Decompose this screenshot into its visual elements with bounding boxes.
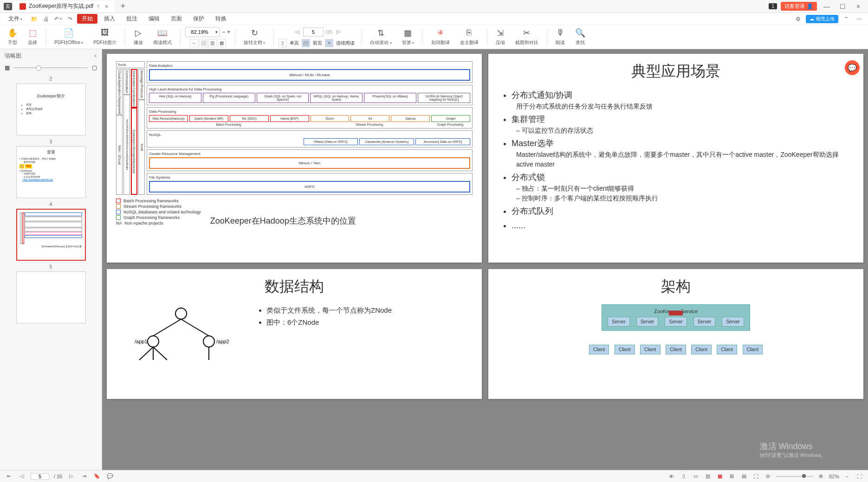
tool-pdf-office[interactable]: 📄PDF转Office — [51, 28, 87, 46]
fullscreen-icon[interactable]: ⛶ — [855, 472, 863, 481]
status-page-input[interactable] — [31, 473, 49, 480]
add-tab-button[interactable]: + — [121, 1, 126, 11]
thumbnail-5[interactable] — [16, 271, 86, 323]
double-page-icon[interactable]: ▯▯ — [302, 39, 310, 47]
layout-3-icon[interactable]: ▥ — [704, 472, 712, 481]
page-7: 数据结构 /app1 /app2 — [107, 269, 482, 399]
tool-select[interactable]: ⬚选择 — [24, 28, 41, 46]
undo-icon[interactable]: ↶ — [53, 14, 63, 24]
layout-6-icon[interactable]: ▤ — [740, 472, 748, 481]
tool-read-mode[interactable]: 📖阅读模式 — [149, 28, 175, 46]
page-next-icon[interactable]: ▷ — [334, 29, 343, 35]
fit-width-icon[interactable]: ↔ — [190, 39, 198, 47]
redo-icon[interactable]: ↷ — [65, 14, 75, 24]
titlebar: 页 ZooKeeper原理与实战.pdf ⎘ × + 1 访客登录👤 — ☐ × — [0, 0, 868, 13]
tool-word-translate[interactable]: 译划词翻译 — [428, 28, 453, 46]
layout-2-icon[interactable]: ▭ — [692, 472, 700, 481]
status-zoom-out-icon[interactable]: ⊖ — [764, 472, 772, 481]
menu-annotate[interactable]: 批注 — [122, 14, 142, 24]
zoom-out-icon[interactable]: − — [222, 29, 225, 35]
page-indicator[interactable]: 页 — [4, 3, 12, 10]
thumbnail-panel: 缩略图 × ▦ ▢ 2 Zookeeper简介 背景典型应用场景架构 3 背景 … — [0, 49, 102, 470]
layout-4-icon[interactable]: ▦ — [716, 472, 724, 481]
thumbnail-3[interactable]: 背景 • 开源的大数据系统，类似于动物园 - 集群管理难 🐘TEZ • ZooK… — [16, 146, 86, 198]
menu-insert[interactable]: 插入 — [99, 14, 120, 24]
svg-line-2 — [181, 319, 209, 336]
notification-count[interactable]: 1 — [769, 3, 777, 9]
settings-icon[interactable]: ⚙ — [793, 14, 803, 24]
layout-1-icon[interactable]: ▯ — [680, 472, 688, 481]
float-action-button[interactable]: 💬 — [845, 60, 860, 75]
print-icon[interactable]: 🖨 — [41, 14, 51, 24]
login-button[interactable]: 访客登录👤 — [781, 2, 817, 11]
close-window-button[interactable]: × — [852, 3, 864, 10]
tab-menu-icon[interactable]: ⎘ — [97, 4, 100, 9]
prev-page-icon[interactable]: ◁ — [18, 472, 26, 481]
menu-edit[interactable]: 编辑 — [144, 14, 164, 24]
view-mode-2-icon[interactable]: ▦ — [218, 39, 226, 47]
first-page-icon[interactable]: ⇤ — [5, 472, 13, 481]
more-icon[interactable]: ⋯ — [854, 14, 864, 24]
status-page-total: / 35 — [54, 474, 62, 479]
svg-text:/app1: /app1 — [135, 339, 148, 344]
layout-5-icon[interactable]: ⊞ — [728, 472, 736, 481]
tool-play[interactable]: ▷播放 — [130, 28, 147, 46]
fit-icon[interactable]: ⛶ — [752, 472, 760, 481]
cloud-upload-button[interactable]: ☁稻壳上传 — [806, 15, 838, 23]
minimize-button[interactable]: — — [821, 3, 833, 10]
windows-watermark: 激活 Windows 转到"设置"以激活 Windows。 — [760, 441, 827, 459]
page-input[interactable] — [303, 27, 324, 37]
page-prev-icon[interactable]: ◁ — [293, 29, 301, 35]
tool-rotate[interactable]: ↻旋转文档 — [240, 28, 269, 46]
thumbnail-4[interactable]: ZooKeeper在Hadoop生态系统中的位置 — [16, 209, 86, 261]
page-total: /35 — [325, 29, 332, 35]
view-mode-1-icon[interactable]: ▥ — [208, 39, 217, 47]
page8-title: 架构 — [498, 276, 854, 297]
status-zoom-value: 82% — [829, 474, 839, 479]
thumbnail-2[interactable]: Zookeeper简介 背景典型应用场景架构 — [16, 84, 86, 135]
status-minus-icon[interactable]: − — [843, 472, 851, 481]
close-tab-icon[interactable]: × — [104, 3, 108, 10]
open-icon[interactable]: 📁 — [29, 14, 39, 24]
zoom-in-icon[interactable]: + — [227, 29, 230, 35]
maximize-button[interactable]: ☐ — [836, 3, 849, 10]
menu-start[interactable]: 开始 — [77, 14, 97, 24]
fit-page-icon[interactable]: ⬜ — [199, 39, 207, 47]
thumb-large-icon[interactable]: ▢ — [92, 64, 97, 71]
thumb-size-slider[interactable] — [13, 67, 88, 68]
tool-auto-scroll[interactable]: ⇅自动滚动 — [366, 28, 395, 46]
thumb-grid-icon[interactable]: ▦ — [5, 64, 10, 71]
continuous-icon[interactable]: ≡ — [325, 39, 333, 47]
zoom-input[interactable] — [186, 29, 214, 35]
main-area: 缩略图 × ▦ ▢ 2 Zookeeper简介 背景典型应用场景架构 3 背景 … — [0, 49, 868, 470]
close-panel-icon[interactable]: × — [94, 53, 97, 59]
zoom-slider[interactable] — [776, 476, 813, 477]
page-6: 典型应用场景 分布式通知/协调用于分布式系统的任务分发与任务执行结果反馈 集群管… — [488, 54, 863, 263]
next-page-icon[interactable]: ▷ — [67, 472, 75, 481]
menu-convert[interactable]: 转换 — [211, 14, 231, 24]
comment-icon[interactable]: 💬 — [106, 472, 114, 481]
single-page-icon[interactable]: ▯ — [279, 39, 287, 47]
page7-bullets: 类似于文件系统，每一个节点称为ZNode 图中：6个ZNode — [255, 304, 392, 328]
document-tab[interactable]: ZooKeeper原理与实战.pdf ⎘ × — [14, 1, 114, 12]
tool-screenshot[interactable]: ✂截图和对比 — [512, 28, 542, 46]
tool-compress[interactable]: ⇲压缩 — [492, 28, 509, 46]
menu-protect[interactable]: 保护 — [188, 14, 209, 24]
menu-page[interactable]: 页面 — [166, 14, 187, 24]
eye-icon[interactable]: 👁 — [667, 472, 676, 481]
tool-background[interactable]: ▦背景 — [398, 28, 418, 46]
page-viewport[interactable]: Tools Cloud Application DeploymentWhir /… — [102, 49, 868, 470]
page7-title: 数据结构 — [116, 276, 473, 297]
last-page-icon[interactable]: ⇥ — [80, 472, 88, 481]
bookmark-icon[interactable]: 🔖 — [93, 472, 101, 481]
tool-hand[interactable]: ✋手型 — [4, 28, 21, 46]
status-zoom-in-icon[interactable]: ⊕ — [817, 472, 825, 481]
collapse-ribbon-icon[interactable]: ⌃ — [841, 14, 851, 24]
zoom-input-box[interactable]: ▾ — [185, 27, 220, 37]
menu-file[interactable]: 文件 — [4, 14, 27, 24]
tool-pdf-image[interactable]: 🖼PDF转图片 — [90, 28, 120, 46]
tool-full-translate[interactable]: ⎘全文翻译 — [456, 28, 482, 46]
thumbnail-list[interactable]: 2 Zookeeper简介 背景典型应用场景架构 3 背景 • 开源的大数据系统… — [0, 73, 102, 470]
tool-read-aloud[interactable]: 🎙朗读 — [552, 28, 569, 46]
tool-search[interactable]: 🔍查找 — [571, 28, 589, 46]
